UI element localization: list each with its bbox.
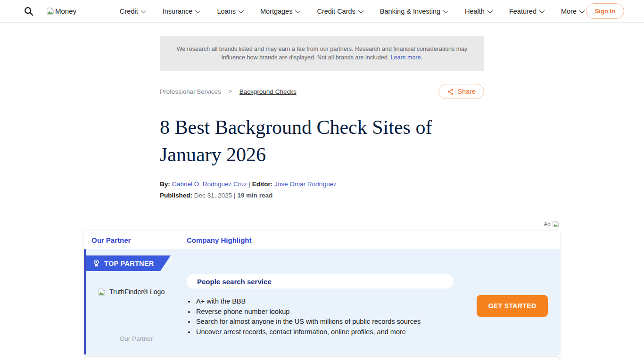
feature-item: Reverse phone number lookup [195, 307, 421, 317]
page-title: 8 Best Background Check Sites of January… [160, 114, 484, 168]
column-header-company-highlight: Company Highlight [187, 236, 252, 244]
disclaimer-suffix: . [421, 54, 422, 61]
nav-item-loans[interactable]: Loans [217, 8, 242, 15]
partner-logo-alt-text: TruthFinder® Logo [109, 288, 165, 296]
author-link[interactable]: Gabriel O. Rodriguez Cruz [172, 181, 247, 188]
chevron-down-icon [539, 8, 545, 13]
broken-image-icon [46, 7, 54, 15]
share-label: Share [457, 88, 476, 95]
disclaimer-text: We research all brands listed and may ea… [177, 46, 468, 61]
nav-item-credit-cards[interactable]: Credit Cards [317, 8, 362, 15]
ad-label-row: Ad [84, 221, 560, 228]
award-ribbon-icon [93, 259, 100, 268]
partner-comparison-table: Our Partner Company Highlight TOP PARTNE… [84, 231, 560, 354]
our-partner-caption: Our Partner [86, 335, 187, 342]
get-started-button[interactable]: GET STARTED [477, 295, 548, 317]
nav-label: Banking & Investing [380, 8, 440, 15]
feature-item: Search for almost anyone in the US with … [195, 317, 421, 327]
partner-feature-list: A+ with the BBB Reverse phone number loo… [195, 296, 421, 337]
editor-link[interactable]: José Omar Rodríguez [274, 181, 337, 188]
top-navigation-bar: Money Credit Insurance Loans Mortgages C… [0, 0, 644, 23]
search-icon[interactable] [24, 6, 34, 16]
logo-alt-text: Money [55, 7, 76, 15]
read-time: 19 min read [237, 192, 272, 199]
company-highlight-pill: People search service [187, 274, 454, 288]
chevron-down-icon [140, 8, 146, 13]
money-logo[interactable]: Money [46, 7, 76, 15]
published-label: Published: [160, 192, 192, 199]
nav-item-health[interactable]: Health [465, 8, 491, 15]
nav-item-banking-investing[interactable]: Banking & Investing [380, 8, 447, 15]
column-header-our-partner: Our Partner [84, 236, 187, 244]
chevron-down-icon [579, 8, 585, 13]
breadcrumb-separator: > [229, 88, 232, 95]
nav-label: Health [465, 8, 485, 15]
nav-item-credit[interactable]: Credit [120, 8, 145, 15]
chevron-down-icon [295, 8, 300, 13]
by-label: By: [160, 181, 170, 188]
top-partner-label: TOP PARTNER [104, 260, 154, 267]
chevron-down-icon [358, 8, 363, 13]
nav-item-featured[interactable]: Featured [509, 8, 543, 15]
byline-divider: | [248, 181, 250, 188]
breadcrumb-parent-link[interactable]: Professional Services [160, 88, 221, 95]
top-partner-row: TOP PARTNER TruthFinder® Logo Our Partne… [84, 249, 560, 354]
nav-item-insurance[interactable]: Insurance [163, 8, 199, 15]
nav-label: Mortgages [260, 8, 293, 15]
chevron-down-icon [443, 8, 448, 13]
nav-label: More [561, 8, 577, 15]
nav-label: Featured [509, 8, 537, 15]
ad-label: Ad [544, 221, 551, 228]
breadcrumb-current-link[interactable]: Background Checks [239, 88, 297, 95]
top-partner-badge: TOP PARTNER [86, 255, 171, 271]
next-partner-row-partial [84, 356, 560, 362]
editor-label: Editor: [252, 181, 273, 188]
sign-in-button[interactable]: Sign In [586, 3, 624, 19]
nav-label: Credit Cards [317, 8, 355, 15]
published-date: Dec 31, 2025 [194, 192, 232, 199]
main-nav: Credit Insurance Loans Mortgages Credit … [120, 8, 583, 15]
breadcrumb: Professional Services > Background Check… [160, 88, 297, 95]
chevron-down-icon [195, 8, 200, 13]
chevron-down-icon [487, 8, 493, 13]
nav-label: Insurance [163, 8, 193, 15]
learn-more-link[interactable]: Learn more [391, 54, 421, 61]
byline: By: Gabriel O. Rodriguez Cruz | Editor: … [160, 181, 484, 188]
feature-item: Uncover arrest records, contact informat… [195, 327, 421, 337]
breadcrumb-row: Professional Services > Background Check… [160, 84, 484, 99]
publine-divider: | [234, 192, 236, 199]
chevron-down-icon [239, 8, 244, 13]
feature-item: A+ with the BBB [195, 296, 421, 307]
nav-item-more[interactable]: More [561, 8, 583, 15]
broken-image-icon [552, 221, 559, 228]
published-line: Published: Dec 31, 2025 | 19 min read [160, 192, 484, 199]
partner-logo[interactable]: TruthFinder® Logo [98, 288, 178, 296]
nav-label: Loans [217, 8, 236, 15]
share-icon [447, 88, 454, 95]
nav-label: Credit [120, 8, 138, 15]
table-header-row: Our Partner Company Highlight [84, 231, 560, 249]
broken-image-icon [98, 288, 106, 296]
nav-item-mortgages[interactable]: Mortgages [260, 8, 299, 15]
affiliate-disclaimer: We research all brands listed and may ea… [160, 36, 484, 71]
share-button[interactable]: Share [438, 84, 484, 99]
